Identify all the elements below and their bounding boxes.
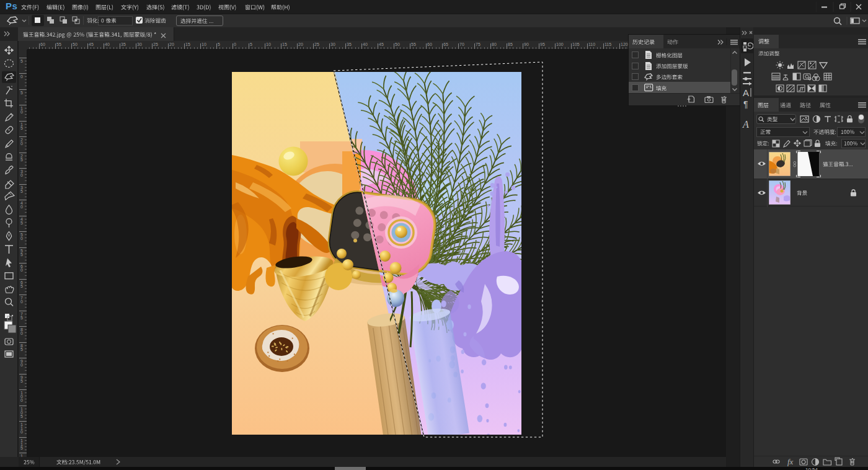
svg-text:A: A: [742, 119, 749, 130]
svg-text:A: A: [743, 87, 749, 98]
svg-text:¶: ¶: [743, 99, 748, 109]
svg-text:fx: fx: [787, 457, 794, 466]
